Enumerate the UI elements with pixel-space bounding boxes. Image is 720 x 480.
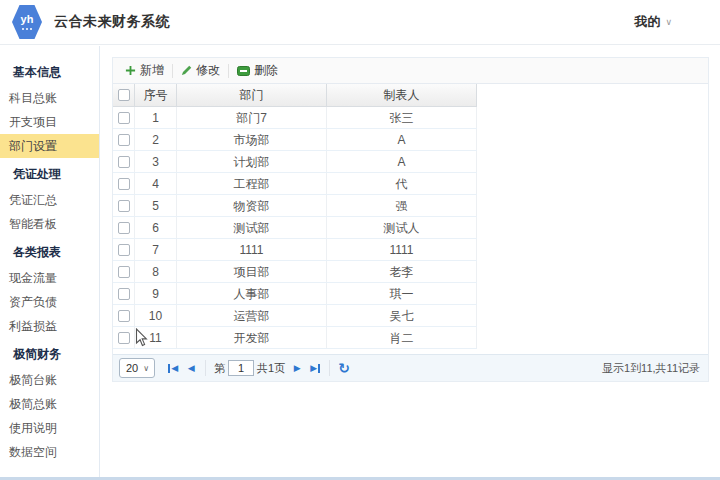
select-all-cell [113, 84, 135, 106]
table-row[interactable]: 9 人事部 琪一 [113, 283, 477, 305]
row-checkbox-cell [113, 107, 135, 128]
sidebar-item-smart-dashboard[interactable]: 智能看板 [0, 212, 99, 236]
sidebar-item-cash-flow[interactable]: 现金流量 [0, 266, 99, 290]
cell-no: 5 [135, 195, 177, 216]
row-checkbox-cell [113, 195, 135, 216]
sidebar-item-department-settings[interactable]: 部门设置 [0, 134, 99, 158]
select-all-checkbox[interactable] [118, 89, 130, 101]
cell-no: 11 [135, 327, 177, 348]
logo-text: yh [21, 14, 34, 25]
table-row[interactable]: 6 测试部 测试人 [113, 217, 477, 239]
table-row[interactable]: 7 1111 1111 [113, 239, 477, 261]
edit-button[interactable]: 修改 [173, 61, 228, 81]
last-page-icon: ▶ [310, 364, 317, 373]
row-checkbox[interactable] [118, 332, 130, 344]
datagrid-panel: 新增 修改 删除 序号 部门 制表人 1 部门7 张三 [112, 57, 709, 382]
row-checkbox-cell [113, 305, 135, 326]
delete-button[interactable]: 删除 [229, 61, 286, 81]
row-checkbox[interactable] [118, 134, 130, 146]
cell-maker: 老李 [327, 261, 477, 282]
sidebar-item-voucher-summary[interactable]: 凭证汇总 [0, 188, 99, 212]
add-button-label: 新增 [140, 62, 164, 79]
row-checkbox[interactable] [118, 200, 130, 212]
table-row[interactable]: 4 工程部 代 [113, 173, 477, 195]
refresh-button[interactable]: ↻ [335, 359, 353, 377]
sidebar-item-balance-sheet[interactable]: 资产负债 [0, 290, 99, 314]
cell-no: 7 [135, 239, 177, 260]
sidebar-group-reports[interactable]: 各类报表 [0, 239, 99, 266]
sidebar-group-basic-info[interactable]: 基本信息 [0, 59, 99, 86]
row-checkbox-cell [113, 129, 135, 150]
sidebar-item-expense-items[interactable]: 开支项目 [0, 110, 99, 134]
cell-dept: 项目部 [177, 261, 327, 282]
app-header: yh 云合未来财务系统 我的 ∨ [0, 0, 720, 45]
first-page-button[interactable]: ◀ [164, 359, 182, 377]
row-checkbox[interactable] [118, 310, 130, 322]
delete-icon [237, 66, 250, 76]
row-checkbox-cell [113, 151, 135, 172]
pagination-bar: 20 ∨ ◀ ◀ 第 共1页 ▶ ▶ ↻ 显示1到11,共11记录 [113, 354, 708, 381]
next-page-button[interactable]: ▶ [288, 359, 306, 377]
total-pages-label: 共1页 [257, 361, 285, 376]
row-checkbox-cell [113, 327, 135, 348]
row-checkbox[interactable] [118, 178, 130, 190]
column-header-maker: 制表人 [327, 84, 477, 106]
sidebar-group-voucher-processing[interactable]: 凭证处理 [0, 161, 99, 188]
page-number-input[interactable] [228, 360, 254, 376]
row-checkbox[interactable] [118, 112, 130, 124]
table-body: 1 部门7 张三 2 市场部 A 3 计划部 A [113, 107, 708, 349]
cell-no: 10 [135, 305, 177, 326]
row-checkbox[interactable] [118, 266, 130, 278]
table-row[interactable]: 10 运营部 吴七 [113, 305, 477, 327]
sidebar-item-simple-general-ledger[interactable]: 极简总账 [0, 392, 99, 416]
cell-maker: 吴七 [327, 305, 477, 326]
cell-maker: 1111 [327, 239, 477, 260]
row-checkbox[interactable] [118, 156, 130, 168]
sidebar-item-subject-ledger[interactable]: 科目总账 [0, 86, 99, 110]
row-checkbox-cell [113, 217, 135, 238]
sidebar-item-profit-loss[interactable]: 利益损益 [0, 314, 99, 338]
prev-page-button[interactable]: ◀ [182, 359, 200, 377]
app-logo-icon: yh [12, 5, 42, 39]
next-page-icon: ▶ [294, 364, 301, 373]
prev-page-icon: ◀ [188, 364, 195, 373]
page-prefix-label: 第 [214, 361, 225, 376]
table-row[interactable]: 3 计划部 A [113, 151, 477, 173]
table-row[interactable]: 8 项目部 老李 [113, 261, 477, 283]
table-row[interactable]: 5 物资部 强 [113, 195, 477, 217]
cell-maker: 张三 [327, 107, 477, 128]
chevron-down-icon: ∨ [665, 17, 672, 27]
cell-maker: A [327, 129, 477, 150]
column-header-no: 序号 [135, 84, 177, 106]
row-checkbox[interactable] [118, 222, 130, 234]
page-size-select[interactable]: 20 ∨ [119, 358, 155, 378]
table-row[interactable]: 2 市场部 A [113, 129, 477, 151]
cell-dept: 工程部 [177, 173, 327, 194]
app-title: 云合未来财务系统 [54, 13, 170, 31]
first-page-icon: ◀ [171, 364, 178, 373]
pencil-icon [181, 65, 192, 76]
cell-no: 3 [135, 151, 177, 172]
user-menu[interactable]: 我的 ∨ [634, 13, 672, 31]
sidebar-group-simple-finance[interactable]: 极简财务 [0, 341, 99, 368]
cell-no: 6 [135, 217, 177, 238]
add-button[interactable]: 新增 [117, 61, 172, 81]
sidebar-item-data-space[interactable]: 数据空间 [0, 440, 99, 464]
cell-dept: 物资部 [177, 195, 327, 216]
first-page-bar [168, 364, 170, 373]
table-row[interactable]: 11 开发部 肖二 [113, 327, 477, 349]
cell-no: 9 [135, 283, 177, 304]
row-checkbox[interactable] [118, 288, 130, 300]
cell-dept: 计划部 [177, 151, 327, 172]
cell-no: 1 [135, 107, 177, 128]
last-page-button[interactable]: ▶ [306, 359, 324, 377]
table-row[interactable]: 1 部门7 张三 [113, 107, 477, 129]
delete-button-label: 删除 [254, 62, 278, 79]
cell-maker: 代 [327, 173, 477, 194]
row-checkbox[interactable] [118, 244, 130, 256]
cell-dept: 开发部 [177, 327, 327, 348]
edit-button-label: 修改 [196, 62, 220, 79]
sidebar-item-usage-instructions[interactable]: 使用说明 [0, 416, 99, 440]
cell-maker: A [327, 151, 477, 172]
sidebar-item-simple-ledger[interactable]: 极简台账 [0, 368, 99, 392]
